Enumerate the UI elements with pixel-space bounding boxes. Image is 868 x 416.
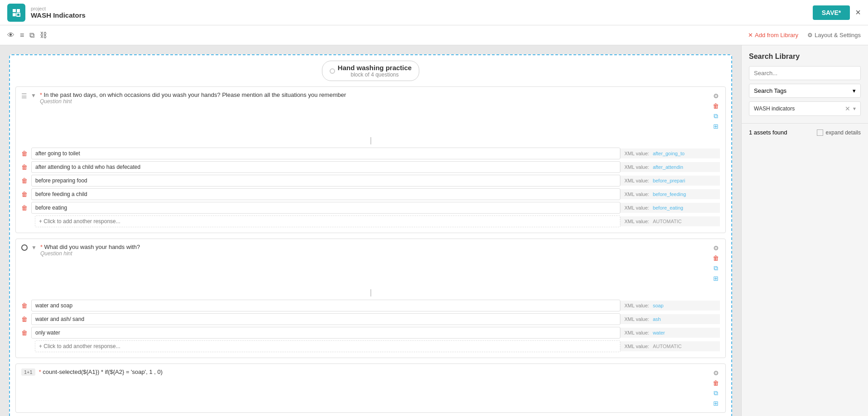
xml-value: after_going_to xyxy=(653,151,685,156)
response-input[interactable] xyxy=(31,202,620,214)
expand-icon-1[interactable]: ▼ xyxy=(31,92,36,99)
response-input[interactable] xyxy=(31,300,620,311)
response-delete-btn[interactable]: 🗑 xyxy=(21,163,28,171)
add-library-label: Add from Library xyxy=(755,32,798,38)
response-row: 🗑 XML value: water xyxy=(16,327,725,339)
search-tags-dropdown[interactable]: Search Tags ▾ xyxy=(749,84,861,98)
question-copy-2[interactable]: ⧉ xyxy=(712,263,720,273)
question-actions-2: ⚙ 🗑 ⧉ ⊞ xyxy=(712,244,720,283)
response-input[interactable] xyxy=(31,188,620,200)
preview-icon[interactable]: 👁 xyxy=(7,31,14,39)
chevron-down-icon-filter: ▾ xyxy=(853,105,856,112)
close-icon: ✕ xyxy=(748,32,753,38)
question-content-2: * What did you wash your hands with? Que… xyxy=(40,244,708,257)
panel-header: Search Library Search Tags ▾ WASH indica… xyxy=(742,45,868,124)
xml-auto: AUTOMATIC xyxy=(653,344,682,349)
layout-settings-button[interactable]: ⚙ Layout & Settings xyxy=(807,32,861,38)
question-content-1: * In the past two days, on which occasio… xyxy=(40,91,708,105)
question-copy-1[interactable]: ⧉ xyxy=(712,111,720,121)
svg-rect-3 xyxy=(17,13,20,16)
xml-label: XML value: xyxy=(624,191,649,197)
question-add-2[interactable]: ⊞ xyxy=(712,274,720,283)
question-trash-1[interactable]: 🗑 xyxy=(712,101,720,110)
question-gear-3[interactable]: ⚙ xyxy=(712,368,720,378)
add-response-row: XML value: AUTOMATIC xyxy=(16,215,725,227)
response-input[interactable] xyxy=(31,175,620,186)
response-delete-btn[interactable]: 🗑 xyxy=(21,302,28,309)
responses-q2: 🗑 XML value: soap 🗑 xyxy=(16,300,725,352)
flow-icon[interactable]: ⛓ xyxy=(40,31,47,39)
add-response-input[interactable] xyxy=(35,215,620,227)
required-marker-2: * xyxy=(40,244,44,250)
expand-details-label: expand details xyxy=(826,129,861,136)
add-response-input-2[interactable] xyxy=(35,340,620,352)
question-add-1[interactable]: ⊞ xyxy=(712,122,720,131)
svg-rect-0 xyxy=(13,9,16,12)
response-row: 🗑 XML value: before_prepari xyxy=(16,175,725,186)
svg-rect-1 xyxy=(17,9,20,12)
results-count: 1 assets found xyxy=(749,129,787,136)
block-title: Hand washing practice xyxy=(338,64,412,72)
question-trash-2[interactable]: 🗑 xyxy=(712,253,720,263)
add-from-library-button[interactable]: ✕ Add from Library xyxy=(748,32,798,38)
close-button[interactable]: × xyxy=(855,7,861,18)
question-card-3: 1+1 * count-selected(${A1}) * if(${A2} =… xyxy=(15,363,726,413)
question-header-2: ▼ * What did you wash your hands with? Q… xyxy=(16,239,725,287)
question-card-1: ☰ ▼ * In the past two days, on which occ… xyxy=(15,86,726,233)
xml-label: XML value: xyxy=(624,316,649,322)
response-delete-btn[interactable]: 🗑 xyxy=(21,204,28,211)
xml-label: XML value: xyxy=(624,164,649,170)
xml-label: XML value: xyxy=(624,205,649,210)
question-text-2: * What did you wash your hands with? xyxy=(40,244,708,250)
response-delete-btn[interactable]: 🗑 xyxy=(21,329,28,336)
response-delete-btn[interactable]: 🗑 xyxy=(21,191,28,198)
response-row: 🗑 XML value: before_feeding xyxy=(16,188,725,200)
calc-badge: 1+1 xyxy=(21,368,35,376)
question-card-2: ▼ * What did you wash your hands with? Q… xyxy=(15,239,726,358)
response-delete-btn[interactable]: 🗑 xyxy=(21,150,28,157)
question-header-1: ☰ ▼ * In the past two days, on which occ… xyxy=(16,87,725,135)
layout-label: Layout & Settings xyxy=(815,32,861,38)
response-delete-btn[interactable]: 🗑 xyxy=(21,316,28,323)
project-info: project WASH Indicators xyxy=(31,6,813,19)
copy-icon[interactable]: ⧉ xyxy=(29,31,34,39)
response-input[interactable] xyxy=(31,161,620,173)
block-icon xyxy=(330,68,335,74)
response-input[interactable] xyxy=(31,313,620,325)
block-container: Hand washing practice block of 4 questio… xyxy=(9,54,732,416)
xml-value: water xyxy=(653,330,665,335)
response-delete-btn[interactable]: 🗑 xyxy=(21,177,28,184)
filter-clear-button[interactable]: ✕ xyxy=(845,105,850,112)
canvas[interactable]: Hand washing practice block of 4 questio… xyxy=(0,45,741,416)
panel-search-area xyxy=(749,66,861,80)
question-trash-3[interactable]: 🗑 xyxy=(712,378,720,387)
connector-2 xyxy=(16,287,725,300)
search-tags-label: Search Tags xyxy=(754,87,786,94)
toolbar: 👁 ≡ ⧉ ⛓ ✕ Add from Library ⚙ Layout & Se… xyxy=(0,25,868,45)
xml-label: XML value: xyxy=(624,151,649,156)
question-add-3[interactable]: ⊞ xyxy=(712,399,720,408)
radio-type-icon xyxy=(21,244,28,251)
xml-value: before_prepari xyxy=(653,178,686,183)
question-gear-2[interactable]: ⚙ xyxy=(712,244,720,253)
question-gear-1[interactable]: ⚙ xyxy=(712,91,720,100)
expand-details-checkbox[interactable] xyxy=(817,129,823,136)
svg-rect-2 xyxy=(13,13,16,16)
search-input[interactable] xyxy=(749,66,861,80)
response-input[interactable] xyxy=(31,327,620,339)
xml-auto: AUTOMATIC xyxy=(653,219,682,224)
filter-tag-row: WASH indicators ✕ ▾ xyxy=(749,101,861,116)
xml-value: before_eating xyxy=(653,205,683,210)
search-library-panel: Search Library Search Tags ▾ WASH indica… xyxy=(741,45,868,416)
expand-icon-2[interactable]: ▼ xyxy=(31,244,37,251)
panel-title: Search Library xyxy=(749,53,861,61)
save-button[interactable]: SAVE* xyxy=(813,5,850,20)
response-input[interactable] xyxy=(31,148,620,159)
question-text-1: * In the past two days, on which occasio… xyxy=(40,91,708,98)
list-icon[interactable]: ≡ xyxy=(20,31,24,39)
header: project WASH Indicators SAVE* × xyxy=(0,0,868,25)
response-row: 🗑 XML value: before_eating xyxy=(16,202,725,214)
question-copy-3[interactable]: ⧉ xyxy=(712,388,720,398)
question-hint-2: Question hint xyxy=(40,250,708,257)
search-tags-select[interactable]: Search Tags ▾ xyxy=(749,84,861,98)
